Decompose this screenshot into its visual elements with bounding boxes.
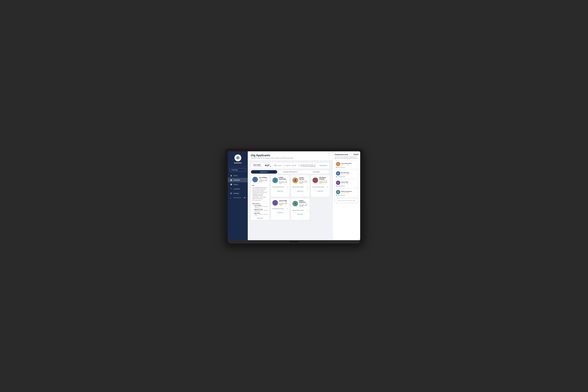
karen-info: Karen Pugh ★ ★ ★ ★ ★ (8) Completion Rate…	[279, 200, 288, 206]
gig-job-title: Line Cook	[253, 164, 262, 166]
chevron-down-icon-amelia: ▾	[307, 186, 308, 188]
eric-work-history: Work history • The Sunshine Oct 2018 - J…	[251, 202, 269, 216]
eric-bio: Bio I'm a Seasoned veteran of the Food a…	[251, 184, 269, 202]
chevron-down-icon-karen: ▾	[287, 208, 288, 210]
pro-card-marley-confirmed: M Marley Johannsen ★ ★ ★ ★ ★ (10)	[335, 189, 358, 197]
confirmed-count: 4 of 5	[354, 154, 358, 156]
info-icon-karen[interactable]: ℹ	[282, 204, 282, 206]
ben-name: Ben Ellsworth	[341, 172, 349, 174]
new-features-badge: ›	[244, 197, 245, 198]
gig-meta: 📅 Fri, Sep 3 🕐 2:00 PM - 7:00 PM 📍 123 M…	[274, 164, 316, 167]
logo-icon	[234, 154, 241, 161]
phillip-header: 👤 Phillip McDonald ★ ★ ★ ★ ★ (0)	[271, 175, 289, 185]
applicant-card-eric: 👤 Eric Phillips ★ ★ ★ ★ ★ (22)	[251, 175, 269, 220]
marley-name: Marley Robinson	[299, 200, 308, 203]
page-subtitle: View and select all the applicants that …	[251, 157, 330, 159]
karen-confirmed-row: K Karen Pugh ★ ★ ★ ★ ★ (4)	[336, 180, 357, 185]
karen-confirmed-name: Karen Pugh	[341, 181, 348, 183]
eric-name: Eric Phillips	[259, 177, 268, 178]
leah-row: L Leah Heavensbee ★ ★ ★ ★ ★ (22)	[336, 162, 357, 166]
confirmed-subtitle: These are the Pros that have confirmed t…	[335, 156, 358, 159]
eric-header: 👤 Eric Phillips ★ ★ ★ ★ ★ (22)	[251, 175, 269, 183]
shoshana-avatar: 👤	[313, 178, 318, 183]
work-item-2: • Mae's Grill Sep 2015 - Sep 2017 Server…	[251, 212, 269, 216]
ben-info: Ben Ellsworth ★ ★ ★ ★ ★ (34)	[341, 172, 349, 175]
sidebar-item-home[interactable]: 🏠 Home	[228, 174, 248, 178]
karen-confirmed-phone: 📞 (585) 354-3252	[336, 185, 357, 186]
eric-completion: Completion Rate 80% ℹ	[259, 180, 268, 182]
sidebar: GIGPRO + Post Gig 🏠 Home 📅 Schedule 🕐 Hi…	[228, 151, 248, 240]
eric-avatar: 👤	[252, 177, 258, 182]
logo-text: GIGPRO	[234, 162, 242, 164]
karen-confirmed-avatar: K	[336, 180, 340, 185]
applicant-card-amelia: 👤 Amelia Earhart ★ ★ ★ ★ ★ (0)	[291, 175, 309, 197]
ben-row: B Ben Ellsworth ★ ★ ★ ★ ★ (34)	[336, 171, 357, 176]
shoshana-bio-accordion[interactable]: Bio and Work history ▾	[311, 185, 330, 189]
phillip-bio-accordion[interactable]: Bio and Work history ▾	[271, 185, 289, 189]
marley-confirmed-stars: ★ ★ ★ ★ ★ (10)	[341, 192, 352, 194]
karen-stars: ★ ★ ★ ★ ★ (8)	[279, 202, 288, 203]
karen-completion: Completion Rate 93% ℹ	[279, 203, 288, 206]
sidebar-item-settings[interactable]: ⚙️ Settings	[228, 191, 248, 196]
marley-bio-accordion[interactable]: Bio and Work history ▾	[291, 208, 309, 212]
chevron-down-icon-shoshana: ▾	[327, 186, 328, 188]
shoshana-select-pro-button[interactable]: Select Pro	[311, 189, 330, 193]
amelia-select-pro-button[interactable]: Select Pro	[291, 189, 309, 193]
screen: GIGPRO + Post Gig 🏠 Home 📅 Schedule 🕐 Hi…	[228, 151, 360, 240]
shoshana-stars: ★ ★ ★ ★ ★ (0)	[319, 180, 328, 181]
ben-phone: 📞 (585) 354-3252	[336, 176, 357, 177]
karen-confirmed-stars: ★ ★ ★ ★ ★ (4)	[341, 183, 348, 184]
marley-avatar: 👤	[292, 201, 298, 206]
phillip-stars: ★ ★ ★ ★ ★ (0)	[279, 180, 288, 181]
leah-info: Leah Heavensbee ★ ★ ★ ★ ★ (22)	[341, 163, 352, 166]
post-gig-button[interactable]: + Post Gig	[229, 168, 246, 172]
history-icon: 🕐	[230, 184, 232, 186]
karen-avatar: 👤	[272, 200, 278, 206]
applicant-card-karen: 👤 Karen Pugh ★ ★ ★ ★ ★ (8)	[271, 198, 289, 220]
post-gig-plus-icon: +	[231, 169, 231, 171]
amelia-completion: Completion Rate 100% ℹ	[299, 182, 308, 184]
amelia-avatar: 👤	[292, 178, 298, 183]
sidebar-item-locations[interactable]: 📍 Locations	[228, 187, 248, 191]
confirmed-title: Confirmed to work	[335, 154, 348, 156]
applicant-card-phillip: 👤 Phillip McDonald ★ ★ ★ ★ ★ (0)	[271, 175, 289, 197]
info-icon-marley[interactable]: ℹ	[302, 206, 303, 207]
main-content: Gig Applicants View and select all the a…	[248, 151, 333, 240]
leah-phone: 📞 (585) 354-3252	[336, 167, 357, 168]
info-icon-phillip[interactable]: ℹ	[281, 182, 281, 184]
amelia-name: Amelia Earhart	[299, 177, 308, 180]
marley-confirmed-name: Marley Johannsen	[341, 191, 352, 192]
ben-stars: ★ ★ ★ ★ ★ (34)	[341, 174, 349, 175]
tab-applicants[interactable]: Applicants 11	[251, 170, 277, 174]
marley-select-pro-button[interactable]: Select Pro	[291, 212, 309, 216]
gig-address: 📍 123 Main street, Unit 2A - 2C The Supr…	[298, 164, 316, 167]
info-icon-amelia[interactable]: ℹ	[302, 182, 303, 184]
karen-select-pro-button[interactable]: Select Pro	[271, 211, 289, 214]
marley-confirmed-row: M Marley Johannsen ★ ★ ★ ★ ★ (10)	[336, 190, 357, 194]
leah-avatar: L	[336, 162, 340, 166]
gig-date: 📅 Fri, Sep 3	[274, 164, 282, 167]
work-item-0: • The Sunshine Oct 2018 - Jun 2020 Serve…	[251, 205, 269, 208]
info-icon-shoshana[interactable]: ℹ	[321, 182, 322, 184]
sidebar-item-schedule[interactable]: 📅 Schedule	[228, 178, 248, 182]
confirmed-header: Confirmed to work 4 of 5	[335, 154, 358, 156]
leah-name: Leah Heavensbee	[341, 163, 352, 164]
phillip-select-pro-button[interactable]: Select Pro	[271, 189, 289, 193]
gig-job-info: Line Cook 4 of 5 confirmed	[253, 164, 262, 167]
gig-job-subtitle: 4 of 5 confirmed	[253, 166, 262, 167]
tab-cancelled[interactable]: Cancelled 0	[303, 170, 329, 174]
laptop-base	[228, 240, 360, 244]
sidebar-item-new-features[interactable]: ● New Features ›	[228, 196, 248, 200]
applicant-card-marley: 👤 Marley Robinson ★ ★ ★ ★ ★ (1)	[291, 198, 309, 220]
sidebar-item-history[interactable]: 🕐 History	[228, 182, 248, 187]
amelia-bio-accordion[interactable]: Bio and Work history ▾	[291, 185, 309, 189]
tab-pending[interactable]: Pending confirmation 8	[277, 170, 303, 174]
gig-details-link[interactable]: GIG DETAILS	[319, 165, 327, 166]
new-features-icon: ●	[230, 197, 232, 199]
eric-select-pro-button[interactable]: Select Pro	[251, 216, 269, 220]
info-icon-eric[interactable]: ℹ	[262, 181, 262, 182]
shoshana-name: Shoshana O'Reilly	[319, 177, 328, 180]
karen-bio-accordion[interactable]: Bio and Work history ▾	[271, 207, 289, 211]
karen-header: 👤 Karen Pugh ★ ★ ★ ★ ★ (8)	[271, 198, 289, 206]
applicant-card-shoshana: 👤 Shoshana O'Reilly ★ ★ ★ ★ ★ (0)	[311, 175, 330, 197]
